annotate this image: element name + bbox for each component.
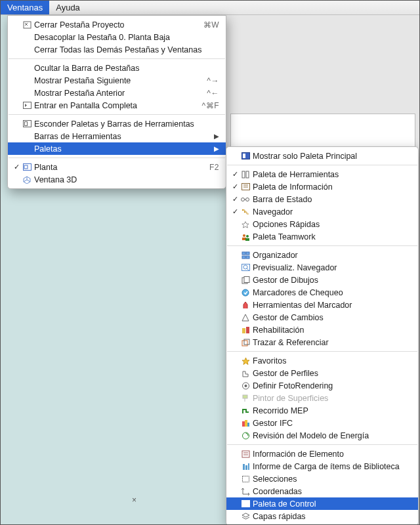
svg-rect-44 — [247, 423, 249, 427]
item-paletas[interactable]: Paletas ▶ — [8, 142, 226, 155]
item-pestana-anterior[interactable]: Mostrar Pestaña Anterior ^← — [8, 87, 226, 99]
sub-opciones-rapidas[interactable]: Opciones Rápidas — [226, 218, 418, 230]
item-esconder-paletas[interactable]: Esconder Paletas y Barras de Herramienta… — [8, 117, 226, 130]
library-load-icon — [240, 462, 251, 471]
item-cerrar-demas[interactable]: Cerrar Todas las Demás Pestañas y Ventan… — [8, 43, 226, 56]
svg-rect-9 — [243, 154, 245, 158]
close-tab-icon — [21, 20, 33, 30]
sub-gestor-ifc[interactable]: Gestor IFC — [226, 417, 418, 429]
element-info-icon — [240, 450, 251, 459]
fullscreen-icon — [21, 101, 33, 110]
svg-rect-40 — [243, 395, 247, 398]
svg-point-18 — [242, 209, 243, 210]
sub-capas-rapidas[interactable]: Capas rápidas — [226, 510, 418, 522]
sub-fotorendering[interactable]: Definir FotoRendering — [226, 379, 418, 392]
separator — [9, 58, 225, 59]
svg-point-20 — [243, 234, 245, 237]
sub-informe-carga[interactable]: Informe de Carga de ítems de Biblioteca — [226, 460, 418, 472]
svg-rect-32 — [244, 276, 249, 282]
paletas-submenu: Mostrar solo Paleta Principal ✓ Paleta d… — [226, 146, 419, 525]
sub-recorrido-mep[interactable]: Recorrido MEP — [226, 404, 418, 417]
svg-rect-51 — [248, 463, 249, 470]
item-desacoplar[interactable]: Desacoplar la Pestaña 0. Planta Baja — [8, 31, 226, 43]
sub-revision-energia[interactable]: Revisión del Modelo de Energía — [226, 429, 418, 442]
sub-organizador[interactable]: Organizador — [226, 249, 418, 261]
svg-rect-5 — [24, 122, 27, 126]
svg-rect-27 — [246, 256, 249, 259]
info-palette-icon — [240, 182, 251, 192]
svg-rect-50 — [245, 465, 247, 470]
item-ocultar-barra[interactable]: Ocultar la Barra de Pestañas — [8, 62, 226, 74]
sub-coordenadas[interactable]: Coordenadas — [226, 485, 418, 497]
checkmark-icon: ✓ — [230, 170, 240, 178]
item-pestana-siguiente[interactable]: Mostrar Pestaña Siguiente ^→ — [8, 74, 226, 87]
tools-palette-icon — [240, 170, 251, 179]
svg-rect-35 — [246, 327, 249, 333]
svg-rect-26 — [242, 256, 245, 259]
item-barras-herramientas[interactable]: Barras de Herramientas ▶ — [8, 130, 226, 142]
marker-tools-icon — [240, 301, 251, 310]
photorendering-icon — [240, 381, 251, 390]
svg-rect-42 — [242, 421, 245, 427]
separator — [227, 351, 417, 352]
profile-manager-icon — [240, 369, 251, 378]
svg-rect-46 — [242, 451, 249, 457]
sub-solo-principal[interactable]: Mostrar solo Paleta Principal — [226, 150, 418, 162]
sub-informacion[interactable]: ✓ Paleta de Información — [226, 180, 418, 193]
separator — [227, 165, 417, 165]
selections-icon — [240, 474, 251, 484]
item-ventana-3d[interactable]: Ventana 3D — [8, 173, 226, 186]
ventanas-dropdown: Cerrar Pestaña Proyecto ⌘W Desacoplar la… — [7, 15, 226, 189]
checkmark-icon: ✓ — [230, 195, 240, 203]
sub-teamwork[interactable]: Paleta Teamwork — [226, 230, 418, 243]
sub-selecciones[interactable]: Selecciones — [226, 472, 418, 485]
sub-herr-marcador[interactable]: Herramientas del Marcador — [226, 299, 418, 311]
item-cerrar-pestana[interactable]: Cerrar Pestaña Proyecto ⌘W — [8, 18, 226, 31]
sub-rehabilitacion[interactable]: Rehabilitación — [226, 324, 418, 336]
menu-ventanas[interactable]: Ventanas — [1, 1, 49, 14]
item-planta[interactable]: ✓ Planta F2 — [8, 161, 226, 173]
svg-point-21 — [246, 235, 249, 238]
organizer-icon — [240, 251, 251, 260]
svg-point-16 — [246, 198, 249, 201]
sub-favoritos[interactable]: Favoritos — [226, 354, 418, 367]
svg-point-39 — [244, 385, 247, 387]
quick-options-icon — [240, 220, 251, 229]
sub-navegador[interactable]: ✓ Navegador — [226, 205, 418, 218]
status-bar-icon — [240, 195, 251, 204]
svg-rect-49 — [243, 464, 245, 470]
separator — [9, 114, 225, 115]
svg-rect-24 — [242, 252, 245, 255]
sub-herramientas[interactable]: ✓ Paleta de Herramientas — [226, 168, 418, 180]
sub-info-elemento[interactable]: Información de Elemento — [226, 448, 418, 460]
sub-gestor-perfiles[interactable]: Gestor de Perfiles — [226, 367, 418, 379]
sub-trazar-referenciar[interactable]: Trazar & Referenciar — [226, 336, 418, 348]
sub-paleta-control[interactable]: Paleta de Control — [226, 497, 418, 510]
separator — [227, 245, 417, 246]
svg-line-30 — [247, 268, 249, 270]
sub-gestor-cambios[interactable]: Gestor de Cambios — [226, 311, 418, 324]
svg-rect-25 — [246, 252, 249, 255]
item-pantalla-completa[interactable]: Entrar en Pantalla Completa ^⌘F — [8, 99, 226, 112]
hide-palettes-icon — [21, 119, 33, 129]
check-markers-icon — [240, 288, 251, 297]
renovation-icon — [240, 326, 251, 335]
teamwork-icon — [240, 232, 251, 242]
sub-gestor-dibujos[interactable]: Gestor de Dibujos — [226, 274, 418, 286]
quick-layers-icon — [240, 512, 251, 521]
sub-barra-estado[interactable]: ✓ Barra de Estado — [226, 193, 418, 205]
menu-ayuda[interactable]: Ayuda — [49, 1, 87, 14]
sub-marcadores-chequeo[interactable]: Marcadores de Chequeo — [226, 286, 418, 299]
separator — [9, 158, 225, 158]
trace-ref-icon — [240, 338, 251, 347]
checkmark-icon: ✓ — [230, 207, 240, 216]
sub-previs-navegador[interactable]: Previsualiz. Navegador — [226, 261, 418, 274]
svg-rect-10 — [242, 171, 245, 178]
submenu-arrow-icon: ▶ — [213, 133, 219, 140]
close-mark-icon: × — [132, 495, 136, 505]
svg-point-19 — [243, 211, 245, 212]
svg-point-33 — [242, 289, 249, 296]
submenu-arrow-icon: ▶ — [213, 145, 219, 152]
svg-rect-52 — [242, 476, 249, 482]
checkmark-icon: ✓ — [12, 163, 21, 171]
